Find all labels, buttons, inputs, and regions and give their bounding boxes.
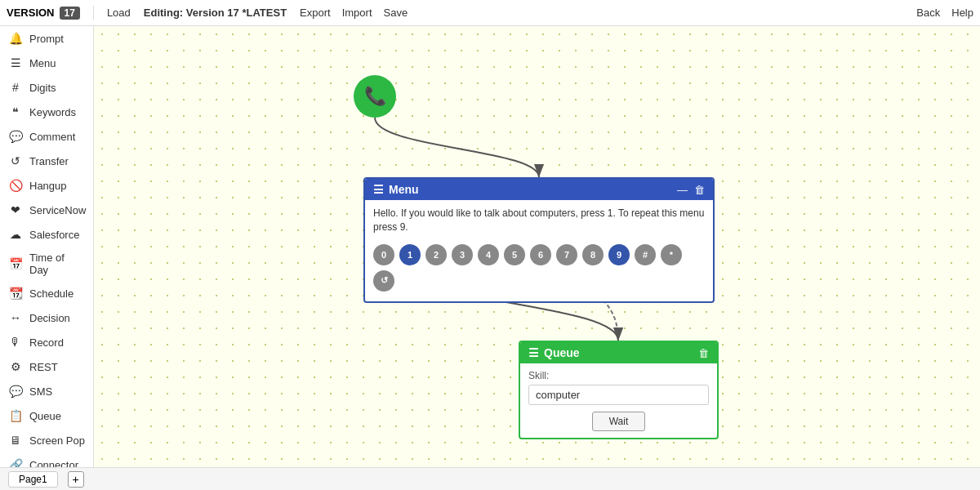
- rest-icon: ⚙: [8, 359, 23, 374]
- digit-*[interactable]: *: [661, 244, 682, 265]
- digit-6[interactable]: 6: [530, 244, 551, 265]
- import-button[interactable]: Import: [342, 7, 372, 19]
- menu-delete-icon[interactable]: 🗑: [694, 184, 705, 196]
- screenpop-icon: 🖥: [8, 433, 23, 448]
- phone-node[interactable]: 📞: [354, 75, 396, 118]
- sidebar-item-screenpop[interactable]: 🖥 Screen Pop: [0, 428, 93, 452]
- canvas[interactable]: 📞 ☰ Menu — 🗑 Hello. If you would like to…: [94, 26, 980, 467]
- menu-node-body: Hello. If you would like to talk about c…: [365, 200, 713, 301]
- sidebar-label-screenpop: Screen Pop: [29, 434, 85, 447]
- menu-node-actions: — 🗑: [677, 184, 705, 196]
- phone-icon: 📞: [364, 86, 386, 107]
- salesforce-icon: ☁: [8, 227, 23, 242]
- digit-7[interactable]: 7: [556, 244, 577, 265]
- digit-9[interactable]: 9: [608, 244, 630, 265]
- sidebar-item-comment[interactable]: 💬 Comment: [0, 124, 93, 149]
- queue-title-icon: ☰: [528, 346, 539, 359]
- timeofday-icon: 📅: [8, 256, 23, 271]
- schedule-icon: 📆: [8, 286, 23, 301]
- sidebar-label-digits: Digits: [29, 82, 56, 94]
- sidebar-label-sms: SMS: [29, 385, 52, 398]
- queue-title-text: Queue: [544, 346, 580, 359]
- menu-node-text: Hello. If you would like to talk about c…: [373, 207, 705, 234]
- connector-icon: 🔗: [8, 457, 23, 467]
- sidebar-label-record: Record: [29, 336, 64, 349]
- save-button[interactable]: Save: [384, 7, 408, 19]
- queue-node-title: ☰ Queue: [528, 346, 580, 359]
- sidebar-label-prompt: Prompt: [29, 33, 64, 45]
- sidebar-item-schedule[interactable]: 📆 Schedule: [0, 281, 93, 305]
- header-actions: Export Import Save: [300, 7, 408, 19]
- sidebar-label-transfer: Transfer: [29, 155, 69, 167]
- sidebar: 🔔 Prompt ☰ Menu # Digits ❝ Keywords 💬 Co…: [0, 26, 94, 467]
- digit-1[interactable]: 1: [399, 244, 421, 265]
- sidebar-item-keywords[interactable]: ❝ Keywords: [0, 100, 93, 124]
- skill-value: computer: [528, 385, 709, 405]
- header-sep: [93, 6, 94, 20]
- version-text: VERSION: [7, 7, 55, 19]
- transfer-icon: ↺: [8, 154, 23, 168]
- queue-node-body: Skill: computer Wait: [520, 363, 717, 438]
- digit-2[interactable]: 2: [425, 244, 447, 265]
- queue-delete-icon[interactable]: 🗑: [698, 347, 709, 359]
- queue-icon: 📋: [8, 408, 23, 423]
- skill-label: Skill:: [528, 370, 709, 381]
- record-icon: 🎙: [8, 335, 23, 350]
- page-tab[interactable]: Page1: [8, 471, 58, 488]
- sidebar-item-prompt[interactable]: 🔔 Prompt: [0, 26, 93, 51]
- digit-#[interactable]: #: [635, 244, 656, 265]
- help-button[interactable]: Help: [951, 7, 973, 19]
- menu-title-icon: ☰: [373, 183, 384, 196]
- sidebar-label-connector: Connector: [29, 459, 78, 468]
- sidebar-item-decision[interactable]: ↔ Decision: [0, 305, 93, 330]
- menu-digits: 0123456789#*↺: [373, 241, 705, 295]
- sidebar-item-salesforce[interactable]: ☁ Salesforce: [0, 222, 93, 247]
- sidebar-label-menu: Menu: [29, 57, 56, 69]
- sidebar-label-servicenow: ServiceNow: [29, 204, 86, 216]
- keywords-icon: ❝: [8, 105, 23, 119]
- queue-node[interactable]: ☰ Queue 🗑 Skill: computer Wait: [519, 341, 719, 439]
- sidebar-label-keywords: Keywords: [29, 106, 76, 118]
- queue-node-header: ☰ Queue 🗑: [520, 342, 717, 363]
- sidebar-item-connector[interactable]: 🔗 Connector: [0, 452, 93, 467]
- menu-node[interactable]: ☰ Menu — 🗑 Hello. If you would like to t…: [363, 177, 715, 303]
- sidebar-item-rest[interactable]: ⚙ REST: [0, 354, 93, 379]
- servicenow-icon: ❤: [8, 203, 23, 217]
- digit-5[interactable]: 5: [504, 244, 525, 265]
- digit-3[interactable]: 3: [452, 244, 473, 265]
- sidebar-label-decision: Decision: [29, 312, 70, 324]
- menu-minimize-icon[interactable]: —: [677, 184, 688, 196]
- add-page-button[interactable]: +: [68, 471, 84, 488]
- menu-node-header: ☰ Menu — 🗑: [365, 179, 713, 200]
- sidebar-item-transfer[interactable]: ↺ Transfer: [0, 149, 93, 173]
- sidebar-item-servicenow[interactable]: ❤ ServiceNow: [0, 198, 93, 222]
- comment-icon: 💬: [8, 129, 23, 144]
- header-right: Back Help: [916, 7, 973, 19]
- sidebar-item-timeofday[interactable]: 📅 Time of Day: [0, 247, 93, 281]
- load-button[interactable]: Load: [107, 7, 131, 19]
- menu-title-text: Menu: [389, 183, 419, 196]
- sidebar-item-queue[interactable]: 📋 Queue: [0, 403, 93, 428]
- digit-4[interactable]: 4: [478, 244, 499, 265]
- sidebar-item-hangup[interactable]: 🚫 Hangup: [0, 173, 93, 198]
- hangup-icon: 🚫: [8, 178, 23, 193]
- sidebar-item-menu[interactable]: ☰ Menu: [0, 51, 93, 75]
- header: VERSION 17 Load Editing: Version 17 *LAT…: [0, 0, 980, 26]
- back-button[interactable]: Back: [916, 7, 940, 19]
- bottom-bar: Page1 +: [0, 467, 980, 490]
- digits-icon: #: [8, 80, 23, 95]
- main-layout: 🔔 Prompt ☰ Menu # Digits ❝ Keywords 💬 Co…: [0, 26, 980, 467]
- digit-↺[interactable]: ↺: [373, 270, 394, 292]
- sidebar-item-sms[interactable]: 💬 SMS: [0, 379, 93, 403]
- prompt-icon: 🔔: [8, 31, 23, 46]
- sidebar-label-comment: Comment: [29, 131, 75, 143]
- sidebar-item-digits[interactable]: # Digits: [0, 75, 93, 100]
- wait-button[interactable]: Wait: [592, 412, 646, 431]
- sidebar-label-timeofday: Time of Day: [29, 252, 85, 276]
- digit-0[interactable]: 0: [373, 244, 394, 265]
- digit-8[interactable]: 8: [582, 244, 604, 265]
- sidebar-item-record[interactable]: 🎙 Record: [0, 330, 93, 354]
- sidebar-label-queue: Queue: [29, 410, 61, 422]
- decision-icon: ↔: [8, 310, 23, 325]
- export-button[interactable]: Export: [300, 7, 331, 19]
